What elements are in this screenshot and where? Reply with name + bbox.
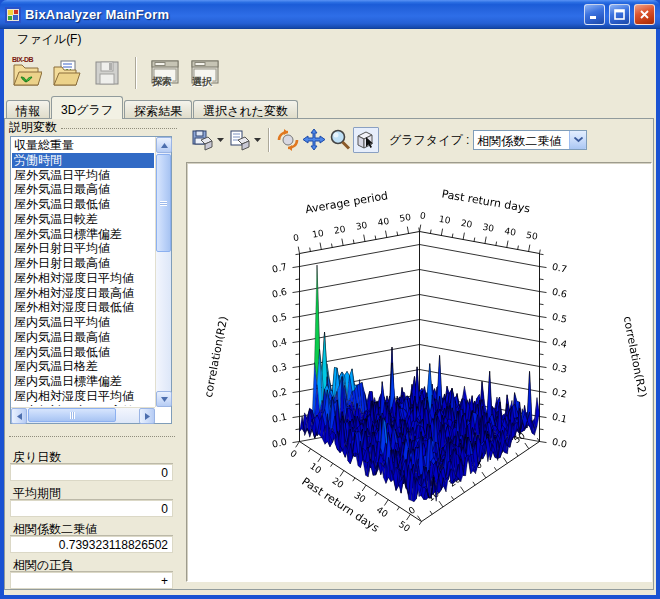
average-period-label: 平均期間 <box>10 483 173 500</box>
window-title: BixAnalyzer MainForm <box>25 7 580 22</box>
tabstrip: 情報 3Dグラフ 探索結果 選択された変数 <box>4 95 656 119</box>
list-item[interactable]: 屋内相対湿度日平均値 <box>12 389 154 404</box>
rotate-icon <box>276 128 300 152</box>
tab-info[interactable]: 情報 <box>6 100 50 119</box>
list-item[interactable]: 屋外気温日較差 <box>12 212 154 227</box>
list-item[interactable]: 屋内気温日標準偏差 <box>12 374 154 389</box>
pan-icon <box>302 128 326 152</box>
list-item[interactable]: 屋外気温日標準偏差 <box>12 227 154 242</box>
group-label: 説明変数 <box>9 119 57 136</box>
bix-db-folder-icon <box>12 58 42 88</box>
list-vertical-scrollbar[interactable] <box>155 137 171 407</box>
explanatory-variable-list: 収量総重量労働時間屋外気温日平均値屋外気温日最高値屋外気温日最低値屋外気温日較差… <box>12 138 154 406</box>
r-squared-value[interactable]: 0.739323118826502 <box>10 536 173 553</box>
list-item[interactable]: 屋外相対湿度日平均値 <box>12 271 154 286</box>
list-item[interactable]: 屋内気温日最低値 <box>12 345 154 360</box>
result-fields: 戻り日数 0 平均期間 0 相関係数二乗値 0.739323118826502 … <box>10 447 173 591</box>
scroll-up-button[interactable] <box>156 137 172 153</box>
explore-button[interactable]: 探索 <box>148 55 182 91</box>
list-item[interactable]: 屋内気温日平均値 <box>12 315 154 330</box>
return-days-label: 戻り日数 <box>10 447 173 464</box>
list-item[interactable]: 屋内気温日格差 <box>12 359 154 374</box>
list-item[interactable]: 屋外気温日平均値 <box>12 168 154 183</box>
graph-type-combobox[interactable]: 相関係数二乗値 <box>473 130 587 150</box>
combo-dropdown-button[interactable] <box>569 131 586 149</box>
client-area: ファイル(F) BIX-DB <box>4 29 656 595</box>
bix-db-button[interactable]: BIX-DB <box>10 55 44 91</box>
rotate-button[interactable] <box>275 127 301 153</box>
menubar: ファイル(F) <box>4 29 656 50</box>
save-floppy-icon <box>93 59 121 87</box>
select-button[interactable]: 選択 <box>188 55 222 91</box>
save-button[interactable] <box>90 55 124 91</box>
select-window-icon <box>190 59 220 87</box>
copy-graph-button[interactable] <box>226 127 252 153</box>
copy-graph-icon <box>228 129 250 151</box>
r-squared-label: 相関係数二乗値 <box>10 519 173 536</box>
list-item[interactable]: 屋外気温日最低値 <box>12 197 154 212</box>
correlation-sign-value[interactable]: + <box>10 572 173 589</box>
panel-splitter[interactable] <box>9 436 175 440</box>
list-item[interactable]: 屋内相対湿度日最高値 <box>12 404 154 407</box>
zoom-icon <box>328 128 352 152</box>
titlebar[interactable]: BixAnalyzer MainForm <box>0 0 660 29</box>
scroll-right-button[interactable] <box>139 408 155 424</box>
group-rule <box>61 128 177 129</box>
app-icon <box>5 7 21 23</box>
right-panel: グラフタイプ : 相関係数二乗値 <box>181 119 653 589</box>
scroll-left-button[interactable] <box>11 408 27 424</box>
open-button[interactable] <box>50 55 84 91</box>
chevron-down-icon <box>574 137 583 143</box>
tab-search-results[interactable]: 探索結果 <box>124 100 192 119</box>
chart-toolbar: グラフタイプ : 相関係数二乗値 <box>183 121 651 159</box>
graph-type-value: 相関係数二乗値 <box>474 131 569 149</box>
close-button[interactable] <box>634 4 655 25</box>
3d-surface-chart[interactable] <box>189 165 649 579</box>
chart-toolbar-separator <box>268 128 270 152</box>
scroll-down-button[interactable] <box>156 391 172 407</box>
hscroll-thumb[interactable] <box>28 408 116 422</box>
pan-button[interactable] <box>301 127 327 153</box>
return-days-value[interactable]: 0 <box>10 464 173 481</box>
tabpage-3dgraph: 説明変数 収量総重量労働時間屋外気温日平均値屋外気温日最高値屋外気温日最低値屋外… <box>4 118 654 590</box>
average-period-value[interactable]: 0 <box>10 500 173 517</box>
explanatory-variable-listbox: 収量総重量労働時間屋外気温日平均値屋外気温日最高値屋外気温日最低値屋外気温日較差… <box>10 136 172 424</box>
tab-3dgraph[interactable]: 3Dグラフ <box>51 96 123 119</box>
copy-graph-dropdown[interactable] <box>252 128 263 152</box>
pointer-button[interactable] <box>353 127 379 153</box>
list-item[interactable]: 屋外相対湿度日最高値 <box>12 286 154 301</box>
toolbar-separator <box>135 57 137 89</box>
list-item[interactable]: 屋外日射日平均値 <box>12 241 154 256</box>
list-item[interactable]: 収量総重量 <box>12 138 154 153</box>
list-horizontal-scrollbar[interactable] <box>11 407 155 423</box>
explanatory-variables-group: 説明変数 <box>9 121 177 134</box>
list-item[interactable]: 屋外日射日最高値 <box>12 256 154 271</box>
correlation-sign-label: 相関の正負 <box>10 555 173 572</box>
list-item[interactable]: 労働時間 <box>12 153 154 168</box>
list-item[interactable]: 屋外相対湿度日最低値 <box>12 300 154 315</box>
vscroll-thumb[interactable] <box>156 154 171 252</box>
maximize-button[interactable] <box>609 4 630 25</box>
list-item[interactable]: 屋内気温日最高値 <box>12 330 154 345</box>
minimize-button[interactable] <box>584 4 605 25</box>
left-panel: 説明変数 収量総重量労働時間屋外気温日平均値屋外気温日最高値屋外気温日最低値屋外… <box>9 121 177 585</box>
main-toolbar: BIX-DB <box>4 50 656 95</box>
graph-type-label: グラフタイプ : <box>389 132 469 149</box>
save-graph-icon <box>191 129 213 151</box>
tab-selected-variables[interactable]: 選択された変数 <box>193 100 298 119</box>
zoom-button[interactable] <box>327 127 353 153</box>
chart-container <box>186 162 652 582</box>
pointer-icon <box>354 128 378 152</box>
list-item[interactable]: 屋外気温日最高値 <box>12 182 154 197</box>
save-graph-dropdown[interactable] <box>215 128 226 152</box>
menu-file[interactable]: ファイル(F) <box>11 29 87 50</box>
explore-window-icon <box>150 59 180 87</box>
open-folder-icon <box>52 58 82 88</box>
save-graph-button[interactable] <box>189 127 215 153</box>
